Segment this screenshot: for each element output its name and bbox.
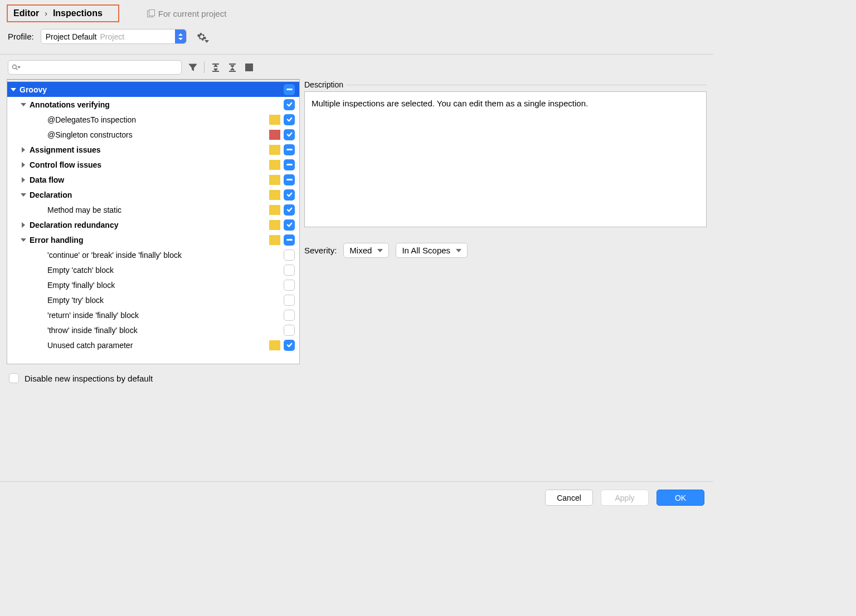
- apply-button: Apply: [601, 490, 649, 506]
- chevron-down-icon: [17, 66, 21, 69]
- tree-label: Empty 'try' block: [45, 296, 284, 305]
- inspections-tree[interactable]: Groovy Annotations verifying @DelegatesT…: [7, 79, 300, 364]
- checkbox-mixed[interactable]: [284, 84, 295, 95]
- tree-label: 'continue' or 'break' inside 'finally' b…: [45, 251, 284, 260]
- tree-group-declaration[interactable]: Declaration: [7, 187, 299, 202]
- checkbox-on[interactable]: [284, 114, 295, 125]
- tree-group-assignment[interactable]: Assignment issues: [7, 142, 299, 157]
- profile-label: Profile:: [8, 32, 34, 41]
- ok-button[interactable]: OK: [656, 490, 704, 506]
- project-icon: [147, 9, 155, 17]
- severity-warning-icon: [269, 115, 280, 125]
- checkbox-mixed[interactable]: [284, 159, 295, 170]
- for-current-project-text: For current project: [158, 9, 227, 18]
- tree-label: 'return' inside 'finally' block: [45, 311, 284, 320]
- tree-label: Data flow: [27, 175, 269, 184]
- tree-label: Declaration redundancy: [27, 221, 269, 229]
- severity-label: Severity:: [304, 246, 337, 255]
- expand-all-button[interactable]: [210, 62, 221, 73]
- severity-warning-icon: [269, 205, 280, 215]
- chevron-right-icon: [22, 147, 25, 153]
- chevron-right-icon: [22, 162, 25, 168]
- severity-warning-icon: [269, 220, 280, 230]
- tree-group-error-handling[interactable]: Error handling: [7, 232, 299, 247]
- severity-warning-icon: [269, 340, 280, 350]
- tree-label: Empty 'catch' block: [45, 266, 284, 275]
- chevron-right-icon: [22, 222, 25, 228]
- checkbox-off[interactable]: [284, 265, 295, 276]
- tree-item[interactable]: Empty 'finally' block: [7, 277, 299, 292]
- svg-point-0: [13, 65, 17, 69]
- for-current-project-label: For current project: [147, 9, 227, 18]
- checkbox-off[interactable]: [284, 280, 295, 291]
- tree-group-dataflow[interactable]: Data flow: [7, 172, 299, 187]
- tree-item[interactable]: @DelegatesTo inspection: [7, 112, 299, 127]
- tree-group-annotations[interactable]: Annotations verifying: [7, 97, 299, 112]
- severity-warning-icon: [269, 235, 280, 245]
- checkbox-off[interactable]: [284, 250, 295, 261]
- reset-button[interactable]: [244, 62, 255, 73]
- tree-item[interactable]: @Singleton constructors: [7, 127, 299, 142]
- tree-label: @DelegatesTo inspection: [45, 115, 269, 124]
- breadcrumb: Editor › Inspections: [7, 4, 119, 22]
- checkbox-mixed[interactable]: [284, 234, 295, 246]
- tree-label: Empty 'finally' block: [45, 281, 284, 290]
- chevron-down-icon: [21, 193, 26, 197]
- tree-label: Method may be static: [45, 206, 269, 214]
- severity-warning-icon: [269, 160, 280, 170]
- tree-label: @Singleton constructors: [45, 130, 269, 139]
- checkbox-mixed[interactable]: [284, 174, 295, 185]
- chevron-down-icon: [456, 249, 461, 252]
- checkbox-off[interactable]: [284, 310, 295, 321]
- severity-warning-icon: [269, 175, 280, 185]
- collapse-all-button[interactable]: [227, 62, 238, 73]
- filter-button[interactable]: [187, 62, 198, 73]
- scope-select[interactable]: In All Scopes: [396, 243, 468, 258]
- chevron-down-icon: [205, 40, 209, 43]
- tree-label: Unused catch parameter: [45, 341, 269, 350]
- scope-value: In All Scopes: [402, 246, 450, 255]
- tree-item[interactable]: Unused catch parameter: [7, 338, 299, 353]
- tree-item[interactable]: Method may be static: [7, 202, 299, 217]
- divider: [0, 54, 713, 55]
- tree-label: 'throw' inside 'finally' block: [45, 326, 284, 335]
- search-input[interactable]: [8, 60, 182, 75]
- tree-label: Control flow issues: [27, 160, 269, 169]
- tree-group-groovy[interactable]: Groovy: [7, 82, 299, 97]
- checkbox-mixed[interactable]: [284, 144, 295, 155]
- description-heading: Description: [304, 80, 343, 89]
- tree-label: Declaration: [27, 190, 269, 199]
- profile-select-scope: Project: [100, 32, 125, 41]
- profile-select-value: Project Default: [46, 32, 97, 41]
- profile-select[interactable]: Project Default Project: [41, 29, 187, 44]
- chevron-down-icon: [21, 103, 26, 106]
- chevron-right-icon: [22, 177, 25, 183]
- severity-warning-icon: [269, 190, 280, 200]
- tree-group-decl-redundancy[interactable]: Declaration redundancy: [7, 217, 299, 232]
- severity-warning-icon: [269, 145, 280, 155]
- tree-item[interactable]: 'continue' or 'break' inside 'finally' b…: [7, 247, 299, 262]
- cancel-button[interactable]: Cancel: [545, 490, 593, 506]
- chevron-down-icon: [21, 238, 26, 242]
- tree-item[interactable]: 'throw' inside 'finally' block: [7, 322, 299, 338]
- checkbox-on[interactable]: [284, 99, 295, 110]
- checkbox-on[interactable]: [284, 204, 295, 216]
- breadcrumb-editor[interactable]: Editor: [13, 8, 39, 18]
- severity-select[interactable]: Mixed: [343, 243, 389, 258]
- checkbox-on[interactable]: [284, 129, 295, 140]
- tree-item[interactable]: Empty 'catch' block: [7, 262, 299, 277]
- checkbox-off[interactable]: [284, 295, 295, 306]
- breadcrumb-inspections[interactable]: Inspections: [53, 8, 103, 18]
- tree-item[interactable]: Empty 'try' block: [7, 292, 299, 307]
- severity-error-icon: [269, 130, 280, 140]
- checkbox-off[interactable]: [284, 325, 295, 336]
- checkbox-on[interactable]: [284, 189, 295, 201]
- disable-new-inspections-checkbox[interactable]: [9, 373, 19, 383]
- disable-new-inspections-label: Disable new inspections by default: [25, 374, 153, 383]
- tree-label: Error handling: [27, 236, 269, 245]
- profile-settings-button[interactable]: [197, 32, 207, 42]
- tree-group-controlflow[interactable]: Control flow issues: [7, 157, 299, 172]
- tree-item[interactable]: 'return' inside 'finally' block: [7, 307, 299, 322]
- checkbox-on[interactable]: [284, 340, 295, 351]
- checkbox-on[interactable]: [284, 219, 295, 231]
